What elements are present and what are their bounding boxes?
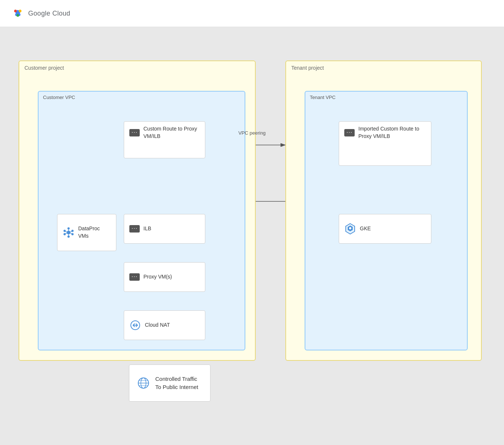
imported-route-text: Imported Custom Route to Proxy VM/ILB bbox=[358, 125, 426, 140]
gke-text: GKE bbox=[360, 225, 371, 233]
dataproc-icon bbox=[63, 227, 74, 238]
gke-icon bbox=[344, 223, 356, 235]
google-cloud-logo-icon bbox=[11, 7, 24, 20]
google-cloud-text: Google Cloud bbox=[28, 10, 70, 17]
svg-point-19 bbox=[72, 233, 74, 235]
svg-point-2 bbox=[14, 10, 17, 12]
proxy-vm-icon bbox=[129, 273, 140, 281]
proxy-vm-box: Proxy VM(s) bbox=[124, 262, 205, 292]
svg-point-22 bbox=[63, 230, 66, 232]
proxy-vm-text: Proxy VM(s) bbox=[143, 273, 172, 281]
cloud-nat-box: Cloud NAT bbox=[124, 310, 205, 340]
customer-project-label: Customer project bbox=[19, 61, 69, 75]
svg-point-16 bbox=[67, 231, 70, 234]
custom-route-text: Custom Route to Proxy VM/ILB bbox=[143, 125, 200, 140]
google-cloud-logo: Google Cloud bbox=[11, 7, 70, 20]
svg-point-17 bbox=[67, 227, 70, 230]
imported-custom-route-box: Imported Custom Route to Proxy VM/ILB bbox=[339, 121, 431, 166]
dataproc-box: DataProc VMs bbox=[57, 214, 116, 251]
ilb-box: ILB bbox=[124, 214, 205, 244]
svg-line-24 bbox=[70, 231, 72, 232]
tenant-vpc-box: Tenant VPC Imported Custom Route to Prox… bbox=[305, 91, 468, 350]
svg-point-3 bbox=[19, 10, 21, 12]
svg-point-18 bbox=[72, 230, 74, 232]
imported-route-icon bbox=[344, 129, 355, 136]
ilb-text: ILB bbox=[143, 225, 151, 233]
svg-line-27 bbox=[66, 233, 67, 234]
internet-icon bbox=[137, 376, 150, 390]
svg-line-28 bbox=[66, 231, 67, 232]
internet-box: Controlled Traffic To Public Internet bbox=[129, 365, 210, 402]
vpc-peering-label: VPC peering bbox=[230, 130, 274, 136]
internet-text: Controlled Traffic To Public Internet bbox=[155, 375, 203, 392]
gke-box: GKE bbox=[339, 214, 431, 244]
cloud-nat-icon bbox=[129, 319, 141, 331]
svg-line-25 bbox=[70, 233, 72, 234]
dataproc-text: DataProc VMs bbox=[78, 225, 111, 240]
tenant-project-box: Tenant project Tenant VPC Imported Custo… bbox=[285, 60, 482, 361]
customer-vpc-label: Customer VPC bbox=[39, 92, 80, 103]
svg-point-20 bbox=[67, 235, 70, 238]
svg-point-21 bbox=[63, 233, 66, 235]
diagram-area: Customer project Customer VPC Custom Rou… bbox=[11, 38, 493, 428]
tenant-project-label: Tenant project bbox=[286, 61, 329, 75]
cloud-nat-text: Cloud NAT bbox=[145, 322, 170, 329]
custom-route-icon bbox=[129, 129, 140, 136]
customer-vpc-box: Customer VPC Custom Route to Proxy VM/IL… bbox=[38, 91, 245, 350]
header: Google Cloud bbox=[0, 0, 504, 27]
svg-point-4 bbox=[16, 14, 19, 17]
ilb-icon bbox=[129, 225, 140, 233]
custom-route-box: Custom Route to Proxy VM/ILB bbox=[124, 121, 205, 158]
customer-project-box: Customer project Customer VPC Custom Rou… bbox=[19, 60, 256, 361]
tenant-vpc-label: Tenant VPC bbox=[305, 92, 340, 103]
